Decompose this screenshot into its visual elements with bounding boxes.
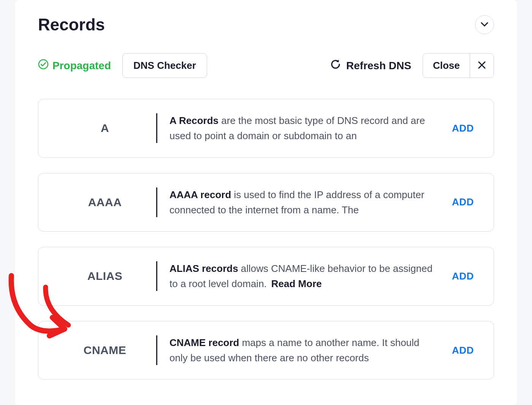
dns-checker-button[interactable]: DNS Checker [122, 53, 207, 78]
records-panel: Records Propagated DNS Checker [15, 0, 517, 405]
close-button[interactable]: Close [423, 54, 470, 78]
record-card-a: A A Records are the most basic type of D… [38, 99, 494, 158]
record-card-cname: CNAME CNAME record maps a name to anothe… [38, 321, 494, 380]
status-label: Propagated [52, 60, 111, 72]
collapse-button[interactable] [475, 15, 494, 34]
record-description: CNAME record maps a name to another name… [169, 335, 447, 366]
record-type-col: CNAME [54, 344, 156, 357]
svg-point-0 [39, 60, 48, 69]
divider [156, 335, 157, 365]
record-type-label: A [101, 122, 109, 135]
record-desc-bold: CNAME record [169, 337, 239, 348]
refresh-label: Refresh DNS [346, 60, 411, 72]
record-description: AAAA record is used to find the IP addre… [169, 187, 447, 218]
record-card-aaaa: AAAA AAAA record is used to find the IP … [38, 173, 494, 232]
header-row: Records [38, 15, 494, 34]
chevron-down-icon [481, 22, 488, 28]
close-icon [477, 60, 486, 71]
record-type-label: CNAME [84, 344, 127, 357]
propagation-status: Propagated [38, 59, 111, 72]
record-card-alias: ALIAS ALIAS records allows CNAME-like be… [38, 247, 494, 306]
checkmark-circle-icon [38, 59, 49, 72]
dns-checker-label: DNS Checker [133, 60, 196, 71]
record-type-col: ALIAS [54, 270, 156, 283]
close-x-button[interactable] [470, 54, 494, 78]
divider [156, 187, 157, 217]
add-button[interactable]: ADD [447, 267, 478, 285]
divider [156, 261, 157, 291]
refresh-dns-button[interactable]: Refresh DNS [330, 59, 411, 72]
add-button[interactable]: ADD [447, 341, 478, 359]
record-type-col: AAAA [54, 196, 156, 209]
record-type-label: AAAA [88, 196, 122, 209]
add-button[interactable]: ADD [447, 119, 478, 137]
record-type-label: ALIAS [87, 270, 123, 283]
read-more-link[interactable]: Read More [271, 278, 322, 289]
records-list: A A Records are the most basic type of D… [38, 99, 494, 380]
record-desc-bold: A Records [169, 115, 218, 126]
record-desc-bold: AAAA record [169, 189, 231, 200]
record-desc-bold: ALIAS records [169, 263, 238, 274]
page-title: Records [38, 15, 105, 34]
refresh-icon [330, 59, 341, 72]
toolbar-row: Propagated DNS Checker Refresh DNS Close [38, 53, 494, 78]
add-button[interactable]: ADD [447, 193, 478, 211]
divider [156, 113, 157, 143]
record-description: A Records are the most basic type of DNS… [169, 113, 447, 144]
record-type-col: A [54, 122, 156, 135]
close-button-group: Close [423, 53, 494, 78]
record-description: ALIAS records allows CNAME-like behavior… [169, 261, 447, 292]
